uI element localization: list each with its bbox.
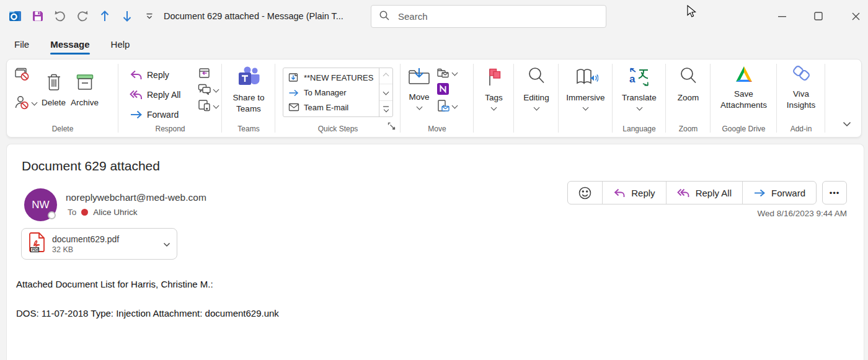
group-label-move: Move: [401, 125, 474, 133]
ribbon-group-move: Move Move: [401, 59, 474, 137]
quick-step-to-manager[interactable]: To Manager: [288, 88, 379, 97]
quick-step-label: To Manager: [304, 88, 347, 97]
teams-icon: [237, 65, 260, 90]
minimize-button[interactable]: [768, 0, 796, 32]
tab-file[interactable]: File: [14, 39, 29, 56]
tab-message[interactable]: Message: [50, 39, 89, 56]
reply-all-button[interactable]: Reply All: [130, 86, 180, 103]
quick-steps-scrollbar: [379, 68, 392, 116]
move-up-icon[interactable]: [97, 8, 112, 24]
actions-button[interactable]: [436, 99, 457, 112]
body-line: DOS: 11-07-2018 Type: Injection Attachme…: [16, 308, 279, 318]
reply-all-header-button[interactable]: Reply All: [666, 182, 742, 204]
zoom-icon: [678, 66, 698, 90]
immersive-button[interactable]: Immersive: [559, 59, 613, 110]
forward-icon: [753, 188, 766, 198]
translate-button[interactable]: a Translate: [613, 59, 666, 110]
ribbon-group-language: a Translate Language: [613, 59, 666, 137]
maximize-button[interactable]: [804, 0, 833, 32]
share-to-teams-button[interactable]: Share to Teams: [222, 59, 275, 115]
save-attachments-button[interactable]: Save Attachments: [711, 59, 777, 112]
im-dropdown-icon[interactable]: [213, 86, 219, 92]
quick-steps-more[interactable]: [379, 100, 392, 116]
ignore-button[interactable]: [14, 67, 37, 81]
reply-all-label: Reply All: [147, 90, 180, 100]
recipient-name[interactable]: Alice Uhrick: [93, 208, 137, 217]
collapse-ribbon-button[interactable]: [843, 118, 851, 130]
ribbon-group-respond: Reply Reply All Forward: [118, 59, 222, 137]
undo-icon[interactable]: [52, 8, 68, 24]
zoom-button[interactable]: Zoom: [666, 59, 711, 103]
reply-with-meeting-button[interactable]: [198, 66, 218, 79]
block-sender-button[interactable]: [14, 95, 37, 110]
quick-step-team-email[interactable]: Team E-mail: [288, 103, 379, 112]
tags-label: Tags: [485, 92, 503, 103]
ribbon: Delete Archive Delete Reply Reply All: [6, 59, 862, 138]
reply-label: Reply: [147, 70, 169, 80]
block-sender-dropdown-icon[interactable]: [32, 99, 38, 105]
editing-button[interactable]: Editing: [514, 59, 559, 110]
presence-badge: [48, 211, 56, 219]
immersive-dropdown-icon[interactable]: [583, 105, 589, 111]
move-down-icon[interactable]: [119, 8, 135, 24]
move-button[interactable]: Move: [407, 66, 432, 112]
tags-button[interactable]: Tags: [474, 59, 514, 110]
reply-on-device-button[interactable]: [198, 99, 218, 112]
forward-label: Forward: [147, 110, 179, 120]
attachment-filename: document629.pdf: [52, 234, 119, 245]
smiley-icon: [578, 187, 591, 200]
actions-dropdown-icon[interactable]: [452, 103, 458, 109]
quick-steps-dialog-launcher[interactable]: [388, 121, 396, 133]
title-bar: Document 629 attached - Message (Plain T…: [0, 0, 868, 32]
outlook-app-icon: [7, 8, 23, 24]
viva-insights-button[interactable]: Viva Insights: [777, 59, 825, 112]
archive-button[interactable]: Archive: [71, 66, 99, 110]
search-input[interactable]: [397, 11, 598, 22]
immersive-reader-icon: [574, 66, 598, 90]
magnifier-icon: [526, 66, 546, 90]
onenote-icon: [436, 82, 450, 95]
tab-help[interactable]: Help: [111, 39, 130, 56]
forward-button[interactable]: Forward: [130, 105, 180, 123]
search-box[interactable]: [371, 5, 606, 28]
reactions-button[interactable]: [568, 182, 602, 204]
translate-dropdown-icon[interactable]: [636, 105, 642, 111]
avatar-initials: NW: [32, 199, 49, 211]
move-dropdown-icon[interactable]: [416, 104, 422, 110]
reply-label: Reply: [631, 188, 655, 198]
rules-button[interactable]: [436, 67, 457, 79]
close-button[interactable]: [841, 0, 868, 32]
quick-steps-scroll-up[interactable]: [379, 68, 392, 84]
quick-steps-scroll-down[interactable]: [379, 84, 392, 100]
quick-step-new-features[interactable]: **NEW FEATURES: [288, 72, 379, 83]
sender-email[interactable]: noreplywebchart@med-web.com: [66, 192, 206, 203]
reply-with-im-button[interactable]: [198, 84, 218, 95]
quick-step-forward-icon: [288, 89, 299, 97]
customize-qat-icon[interactable]: [141, 8, 157, 24]
device-dropdown-icon[interactable]: [213, 102, 219, 108]
reply-all-label: Reply All: [696, 188, 732, 198]
svg-text:a: a: [629, 73, 636, 85]
more-actions-button[interactable]: •••: [822, 181, 847, 204]
window-title: Document 629 attached - Message (Plain T…: [164, 11, 343, 21]
attachment-dropdown-icon[interactable]: [163, 239, 170, 250]
rules-dropdown-icon[interactable]: [452, 70, 458, 76]
to-label: To: [68, 208, 76, 217]
onenote-button[interactable]: [436, 82, 457, 95]
translate-icon: a: [628, 66, 650, 90]
reply-button[interactable]: Reply: [130, 66, 180, 84]
forward-header-button[interactable]: Forward: [742, 182, 816, 204]
google-drive-icon: [733, 65, 755, 87]
delete-button[interactable]: Delete: [42, 66, 66, 110]
chat-icon: [198, 84, 211, 95]
archive-label: Archive: [71, 97, 99, 108]
editing-dropdown-icon[interactable]: [533, 105, 539, 111]
attachment-chip[interactable]: PDF document629.pdf 32 KB: [21, 228, 177, 260]
redo-icon[interactable]: [74, 8, 90, 24]
tags-dropdown-icon[interactable]: [491, 105, 497, 111]
quick-step-mail-icon: [288, 103, 299, 112]
group-label-language: Language: [613, 125, 666, 133]
reply-header-button[interactable]: Reply: [602, 182, 665, 204]
save-icon[interactable]: [30, 8, 45, 24]
message-action-buttons: Reply Reply All Forward: [567, 181, 817, 204]
